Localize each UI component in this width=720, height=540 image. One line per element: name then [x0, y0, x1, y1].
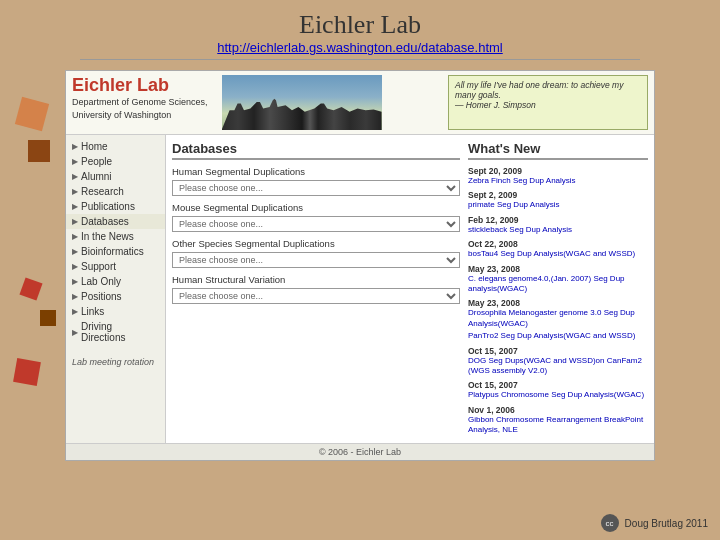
other-species-select[interactable]: Please choose one... — [172, 252, 460, 268]
site-header: Eichler Lab Department of Genome Science… — [66, 71, 654, 135]
news-item: Oct 15, 2007 DOG Seg Dups(WGAC and WSSD)… — [468, 344, 648, 377]
nav-label: People — [81, 156, 112, 167]
site-main: ▶ Home ▶ People ▶ Alumni ▶ Research ▶ Pu… — [66, 135, 654, 443]
nav-arrow-icon: ▶ — [72, 187, 78, 196]
nav-arrow-icon: ▶ — [72, 232, 78, 241]
nav-arrow-icon: ▶ — [72, 202, 78, 211]
news-link[interactable]: Gibbon Chromosome Rearrangement BreakPoi… — [468, 415, 648, 436]
news-date: Oct 15, 2007 — [468, 346, 518, 356]
nav-label: Databases — [81, 216, 129, 227]
news-item: Oct 15, 2007 Platypus Chromosome Seg Dup… — [468, 378, 648, 400]
nav-arrow-icon: ▶ — [72, 217, 78, 226]
news-date: Sept 2, 2009 — [468, 190, 517, 200]
nav-arrow-icon: ▶ — [72, 142, 78, 151]
cc-icon: cc — [601, 514, 619, 532]
news-date: Feb 12, 2009 — [468, 215, 519, 225]
nav-label: Alumni — [81, 171, 112, 182]
news-link[interactable]: Zebra Finch Seg Dup Analysis — [468, 176, 648, 186]
mouse-seg-dup-section: Mouse Segmental Duplications Please choo… — [172, 202, 460, 232]
news-date: May 23, 2008 — [468, 264, 520, 274]
other-species-title: Other Species Segmental Duplications — [172, 238, 460, 249]
whats-new-column: What's New Sept 20, 2009 Zebra Finch Seg… — [468, 141, 648, 437]
nav-label: Support — [81, 261, 116, 272]
browser-window: Eichler Lab Department of Genome Science… — [65, 70, 655, 461]
nav-arrow-icon: ▶ — [72, 157, 78, 166]
news-item: Oct 22, 2008 bosTau4 Seg Dup Analysis(WG… — [468, 237, 648, 259]
nav-label: Lab Only — [81, 276, 121, 287]
nav-label: Home — [81, 141, 108, 152]
news-item: PanTro2 Seg Dup Analysis(WGAC and WSSD) — [468, 331, 648, 341]
news-link[interactable]: Platypus Chromosome Seg Dup Analysis(WGA… — [468, 390, 648, 400]
news-date: Sept 20, 2009 — [468, 166, 522, 176]
nav-label: Research — [81, 186, 124, 197]
news-item: Feb 12, 2009 stickleback Seg Dup Analysi… — [468, 213, 648, 235]
cc-badge: cc — [601, 514, 619, 532]
news-item: Sept 2, 2009 primate Seg Dup Analysis — [468, 188, 648, 210]
news-date: Oct 22, 2008 — [468, 239, 518, 249]
other-species-seg-dup-section: Other Species Segmental Duplications Ple… — [172, 238, 460, 268]
human-seg-dup-select[interactable]: Please choose one... — [172, 180, 460, 196]
site-logo: Eichler Lab Department of Genome Science… — [72, 75, 208, 130]
news-link[interactable]: stickleback Seg Dup Analysis — [468, 225, 648, 235]
news-link[interactable]: C. elegans genome4.0,(Jan. 2007) Seg Dup… — [468, 274, 648, 295]
news-link[interactable]: DOG Seg Dups(WGAC and WSSD)on CanFam2 (W… — [468, 356, 648, 377]
nav-arrow-icon: ▶ — [72, 262, 78, 271]
nav-arrow-icon: ▶ — [72, 328, 78, 337]
nav-item-research[interactable]: ▶ Research — [66, 184, 165, 199]
nav-label: Driving Directions — [81, 321, 159, 343]
skyline-image — [222, 75, 382, 130]
site-footer: © 2006 - Eichler Lab — [66, 443, 654, 460]
news-date: Nov 1, 2006 — [468, 405, 515, 415]
databases-title: Databases — [172, 141, 460, 160]
nav-item-alumni[interactable]: ▶ Alumni — [66, 169, 165, 184]
nav-label: Publications — [81, 201, 135, 212]
mouse-seg-dup-title: Mouse Segmental Duplications — [172, 202, 460, 213]
site-content: Databases Human Segmental Duplications P… — [166, 135, 654, 443]
news-date: May 23, 2008 — [468, 298, 520, 308]
news-item: Nov 1, 2006 Gibbon Chromosome Rearrangem… — [468, 403, 648, 436]
nav-item-databases[interactable]: ▶ Databases — [66, 214, 165, 229]
human-structural-select[interactable]: Please choose one... — [172, 288, 460, 304]
whats-new-title: What's New — [468, 141, 648, 160]
page-title: Eichler Lab — [0, 10, 720, 40]
nav-item-links[interactable]: ▶ Links — [66, 304, 165, 319]
nav-item-news[interactable]: ▶ In the News — [66, 229, 165, 244]
nav-item-positions[interactable]: ▶ Positions — [66, 289, 165, 304]
news-link[interactable]: primate Seg Dup Analysis — [468, 200, 648, 210]
nav-label: Links — [81, 306, 104, 317]
human-structural-section: Human Structural Variation Please choose… — [172, 274, 460, 304]
credit-text: Doug Brutlag 2011 — [625, 518, 708, 529]
nav-item-bioinformatics[interactable]: ▶ Bioinformatics — [66, 244, 165, 259]
site-department: Department of Genome Sciences,University… — [72, 96, 208, 121]
nav-label: In the News — [81, 231, 134, 242]
nav-item-directions[interactable]: ▶ Driving Directions — [66, 319, 165, 345]
nav-item-people[interactable]: ▶ People — [66, 154, 165, 169]
nav-item-support[interactable]: ▶ Support — [66, 259, 165, 274]
news-item: Sept 20, 2009 Zebra Finch Seg Dup Analys… — [468, 164, 648, 186]
mouse-seg-dup-select[interactable]: Please choose one... — [172, 216, 460, 232]
nav-arrow-icon: ▶ — [72, 292, 78, 301]
nav-item-labonly[interactable]: ▶ Lab Only — [66, 274, 165, 289]
lab-meeting-label: Lab meeting rotation — [66, 353, 165, 371]
page-url[interactable]: http://eichlerlab.gs.washington.edu/data… — [0, 40, 720, 55]
databases-column: Databases Human Segmental Duplications P… — [172, 141, 460, 437]
title-divider — [80, 59, 640, 60]
nav-arrow-icon: ▶ — [72, 277, 78, 286]
news-item: May 23, 2008 Drosophila Melanogaster gen… — [468, 296, 648, 329]
human-seg-dup-title: Human Segmental Duplications — [172, 166, 460, 177]
nav-arrow-icon: ▶ — [72, 172, 78, 181]
human-seg-dup-section: Human Segmental Duplications Please choo… — [172, 166, 460, 196]
nav-item-home[interactable]: ▶ Home — [66, 139, 165, 154]
nav-arrow-icon: ▶ — [72, 307, 78, 316]
site-nav: ▶ Home ▶ People ▶ Alumni ▶ Research ▶ Pu… — [66, 135, 166, 443]
title-area: Eichler Lab http://eichlerlab.gs.washing… — [0, 0, 720, 66]
nav-arrow-icon: ▶ — [72, 247, 78, 256]
nav-item-publications[interactable]: ▶ Publications — [66, 199, 165, 214]
news-link[interactable]: PanTro2 Seg Dup Analysis(WGAC and WSSD) — [468, 331, 648, 341]
nav-label: Positions — [81, 291, 122, 302]
human-structural-title: Human Structural Variation — [172, 274, 460, 285]
nav-label: Bioinformatics — [81, 246, 144, 257]
header-quote: All my life I've had one dream: to achie… — [448, 75, 648, 130]
news-link[interactable]: Drosophila Melanogaster genome 3.0 Seg D… — [468, 308, 648, 329]
news-link[interactable]: bosTau4 Seg Dup Analysis(WGAC and WSSD) — [468, 249, 648, 259]
